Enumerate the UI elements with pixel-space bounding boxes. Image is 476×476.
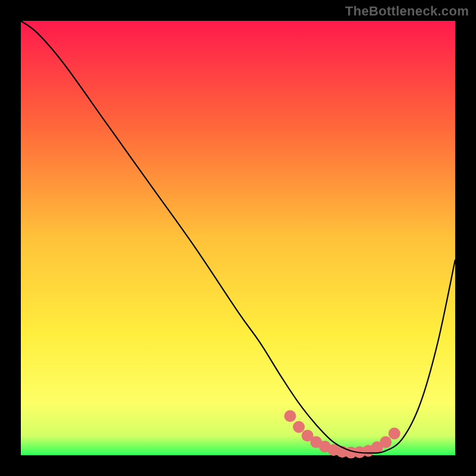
highlight-dot [293, 421, 305, 433]
plot-background [21, 21, 455, 455]
highlight-dot [389, 428, 400, 440]
chart-svg [0, 0, 476, 476]
highlight-dot [284, 410, 296, 422]
highlight-dot [380, 436, 392, 448]
chart-stage: TheBottleneck.com [0, 0, 476, 476]
